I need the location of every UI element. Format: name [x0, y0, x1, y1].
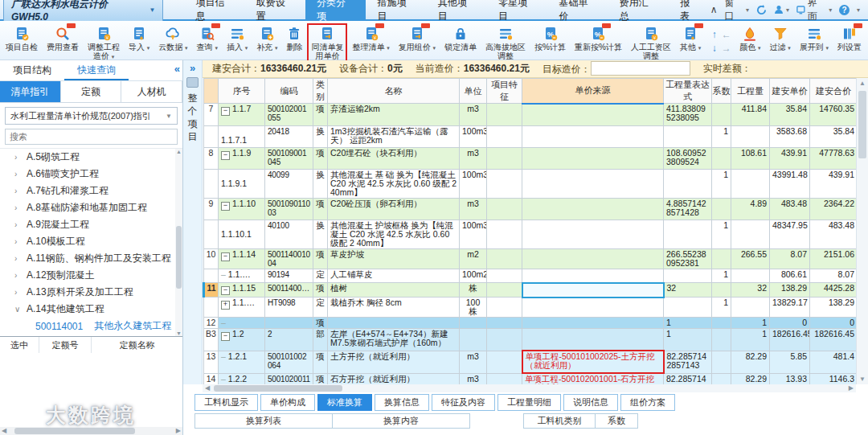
- col-header-corner[interactable]: [204, 79, 219, 104]
- unit-cell[interactable]: 100m2: [460, 269, 487, 283]
- unit-price-cell[interactable]: 8.07: [770, 248, 810, 269]
- adjust-project-cost-button[interactable]: ¥调整工程造价 ▾: [84, 23, 124, 63]
- qty-expression-cell[interactable]: 108.609523809524: [664, 147, 712, 169]
- seq-cell[interactable]: −1.1.14: [219, 248, 265, 269]
- table-row[interactable]: 10−1.1.14500114001004项草皮护坡m2266.55238095…: [204, 248, 857, 269]
- tree-item[interactable]: ›A.9混凝土工程: [0, 216, 182, 233]
- category-cell[interactable]: 项: [313, 283, 328, 298]
- col-header-单价来源[interactable]: 单价来源: [522, 79, 664, 104]
- quantity-cell[interactable]: 32: [731, 283, 770, 298]
- row-number-cell[interactable]: 10: [204, 248, 219, 269]
- col-header-类别[interactable]: 类别: [313, 79, 328, 104]
- unit-price-cell[interactable]: 43991.48: [770, 169, 810, 198]
- sidebar-scrollbar[interactable]: ▲ ▼: [175, 149, 182, 336]
- scroll-left-icon[interactable]: ◀: [205, 384, 210, 392]
- coefficient-cell[interactable]: [712, 198, 731, 220]
- guide-select[interactable]: 水利工程量清单计价规范(2007)指引 ▼: [5, 107, 178, 125]
- collapse-icon[interactable]: −: [221, 151, 230, 160]
- total-price-cell[interactable]: 182616.45: [810, 329, 857, 351]
- expand-to-button[interactable]: 展开到 ▾: [796, 23, 833, 54]
- qty-expression-cell[interactable]: 82.2857142857143: [664, 373, 712, 384]
- scrollbar-thumb[interactable]: [214, 385, 342, 392]
- quantity-cell[interactable]: [731, 269, 770, 283]
- sidebar-subtab-人材机[interactable]: 人材机: [121, 81, 182, 102]
- feature-cell[interactable]: [487, 169, 522, 198]
- code-cell[interactable]: HT9098: [265, 298, 313, 318]
- expand-panel-icon[interactable]: »: [183, 62, 202, 74]
- name-cell[interactable]: 1m3挖掘机装石渣汽车运输（露天） 运距2km: [328, 125, 460, 147]
- same-list-reuse-price-button[interactable]: 同清单复用单价: [307, 23, 347, 62]
- scroll-up-icon[interactable]: ▲: [175, 149, 182, 154]
- coefficient-cell[interactable]: [712, 104, 731, 126]
- col-header-项目特征[interactable]: 项目特征: [487, 79, 522, 104]
- chevron-right-icon[interactable]: ›: [14, 187, 22, 195]
- table-row[interactable]: 7−1.1.7500102001055项弃渣运输2kmm3411.8380952…: [204, 104, 857, 126]
- name-cell[interactable]: 其他混凝土 基 础 换为【纯混凝土 C20 水泥 42.5 水灰比 0.60 级…: [328, 169, 460, 198]
- row-number-cell[interactable]: 12: [204, 318, 219, 329]
- qty-expression-cell[interactable]: [664, 298, 712, 318]
- price-source-cell[interactable]: [522, 269, 664, 283]
- col-header-工程量表达式[interactable]: 工程量表达式: [664, 79, 712, 104]
- unit-cell[interactable]: [460, 318, 487, 329]
- column-settings-button[interactable]: 列设置: [833, 23, 866, 53]
- row-number-cell[interactable]: [204, 125, 219, 147]
- seq-cell[interactable]: –1.2.2: [219, 373, 265, 384]
- supplement-button[interactable]: 补充 ▾: [252, 23, 281, 54]
- code-cell[interactable]: 500102001114: [265, 373, 313, 384]
- window-menu[interactable]: 窗口▾: [725, 0, 749, 23]
- name-cell[interactable]: 左岸（E4+574～E4+734）新建M7.5浆砌石墙式护岸（160m）: [328, 329, 460, 351]
- collapse-ribbon-icon[interactable]: ∧: [710, 4, 718, 15]
- coefficient-cell[interactable]: 1: [712, 169, 731, 198]
- unit-price-cell[interactable]: 0: [770, 318, 810, 329]
- seq-cell[interactable]: –1.1.…: [219, 269, 265, 283]
- reuse-pricing-button[interactable]: 复用组价 ▾: [395, 23, 440, 54]
- col-header-工程量[interactable]: 工程量: [731, 79, 770, 104]
- unit-cell[interactable]: 株: [460, 283, 487, 298]
- col-header-单位[interactable]: 单位: [460, 79, 487, 104]
- chevron-down-icon[interactable]: ∨: [14, 305, 22, 314]
- category-cell[interactable]: 项: [313, 147, 328, 169]
- feature-cell[interactable]: [487, 329, 522, 351]
- name-cell[interactable]: [328, 318, 460, 329]
- table-row[interactable]: –1.1.…90194定人工铺草皮100m21806.618.07: [204, 269, 857, 283]
- category-cell[interactable]: 换: [313, 220, 328, 248]
- unit-price-cell[interactable]: 48347.95: [770, 220, 810, 248]
- price-source-cell[interactable]: [522, 329, 664, 351]
- sidebar-subtab-清单指引[interactable]: 清单指引: [0, 81, 61, 102]
- quantity-cell[interactable]: 1: [731, 318, 770, 329]
- chevron-right-icon[interactable]: ›: [14, 254, 22, 263]
- coefficient-cell[interactable]: 1: [712, 298, 731, 318]
- lock-list-button[interactable]: 锁定清单: [440, 23, 481, 53]
- code-cell[interactable]: 90194: [265, 269, 313, 283]
- import-button[interactable]: 导入 ▾: [125, 23, 154, 54]
- code-cell[interactable]: 500109001045: [265, 147, 313, 169]
- table-row[interactable]: 11−1.1.1550011400…项植树株3232138.294425.28: [204, 283, 857, 298]
- category-cell[interactable]: 换: [313, 169, 328, 198]
- recalc-by-percent-button[interactable]: %=重新按%计算: [571, 23, 626, 53]
- price-source-cell[interactable]: 单项工程-500102001001-石方开挖（就近利用）: [522, 373, 664, 384]
- row-number-cell[interactable]: 11: [204, 283, 219, 298]
- move-left-icon[interactable]: ←: [722, 29, 731, 40]
- coefficient-cell[interactable]: [712, 373, 731, 384]
- scroll-right-icon[interactable]: ▶: [176, 427, 181, 434]
- fee-view-button[interactable]: 费用查看: [43, 23, 83, 53]
- insert-button[interactable]: 插入 ▾: [223, 23, 252, 54]
- coefficient-cell[interactable]: [712, 283, 731, 298]
- seq-cell[interactable]: +1.1.…: [219, 298, 265, 318]
- total-price-cell[interactable]: 14760.35: [810, 104, 857, 126]
- qty-expression-cell[interactable]: [664, 220, 712, 248]
- unit-price-cell[interactable]: 3583.68: [770, 125, 810, 147]
- feature-cell[interactable]: [487, 318, 522, 329]
- qty-expression-cell[interactable]: [664, 125, 712, 147]
- collapse-icon[interactable]: −: [221, 332, 230, 341]
- quantity-cell[interactable]: 82.29: [731, 351, 770, 373]
- price-source-cell[interactable]: [522, 220, 664, 248]
- unit-cell[interactable]: 100m3: [460, 220, 487, 248]
- qty-expression-cell[interactable]: 411.838095238095: [664, 104, 712, 126]
- chevron-right-icon[interactable]: ›: [14, 153, 22, 162]
- bottom-tab-组价方案[interactable]: 组价方案: [620, 394, 675, 411]
- tree-item[interactable]: ›A.5砌筑工程: [0, 149, 182, 166]
- seq-cell[interactable]: –1.2.1: [219, 351, 265, 373]
- chevron-right-icon[interactable]: ›: [14, 220, 22, 229]
- name-cell[interactable]: 弃渣运输2km: [328, 104, 460, 126]
